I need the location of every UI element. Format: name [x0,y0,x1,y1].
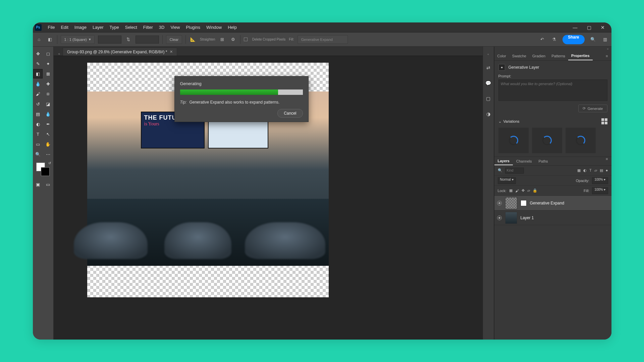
variation-thumb-1[interactable] [498,128,529,153]
prompt-input[interactable] [498,79,607,101]
fill-dropdown[interactable]: Generative Expand [298,35,348,44]
fill-dropdown[interactable]: 100% ▾ [592,187,608,194]
menu-plugins[interactable]: Plugins [183,25,203,30]
dodge-tool[interactable]: ◐ [33,119,43,129]
filter-pixel-icon[interactable]: ▦ [577,168,581,173]
swap-colors-icon[interactable]: ↺ [48,161,51,165]
search-icon[interactable]: 🔍 [589,36,597,43]
layer-thumbnail[interactable] [505,212,517,224]
lock-position-icon[interactable]: ✥ [522,188,525,193]
menu-edit[interactable]: Edit [58,25,71,30]
layer-filter-input[interactable] [505,168,524,174]
lock-artboard-icon[interactable]: ▱ [527,188,530,193]
panel-icon-1[interactable]: ⇄ [485,64,492,71]
frame-tool[interactable]: ⊠ [43,69,53,78]
tab-collapse-icon[interactable]: « [56,52,63,56]
cancel-button[interactable]: Cancel [277,109,303,118]
eraser-tool[interactable]: ◪ [43,99,53,109]
overlay-grid-icon[interactable]: ⊞ [219,36,226,43]
menu-3d[interactable]: 3D [156,25,168,30]
visibility-toggle-icon[interactable] [497,216,502,220]
crop-height-input[interactable] [136,36,159,44]
quick-select-tool[interactable]: ✦ [43,59,53,68]
share-button[interactable]: Share [562,35,584,44]
variation-thumb-2[interactable] [532,128,562,153]
more-tools[interactable]: ⋯ [43,149,53,159]
marquee-tool[interactable]: ◻ [43,49,53,58]
path-select-tool[interactable]: ↖ [43,129,53,139]
tab-properties[interactable]: Properties [568,51,592,60]
crop-width-input[interactable] [98,36,121,44]
quick-mask-tool[interactable]: ▣ [33,180,43,189]
panel-icon-adjust[interactable]: ◑ [485,110,492,118]
menu-file[interactable]: File [45,25,58,30]
beaker-icon[interactable]: ⚗ [550,36,558,43]
lasso-tool[interactable]: ✎ [33,59,43,68]
layers-panel-menu-icon[interactable]: ≡ [602,157,611,165]
crop-tool-icon[interactable]: ◧ [46,36,54,43]
clear-button[interactable]: Clear [166,35,182,44]
home-icon[interactable]: ⌂ [36,36,43,43]
eyedropper-tool[interactable]: 💧 [33,79,43,88]
filter-shape-icon[interactable]: ▱ [594,168,597,173]
filter-toggle-icon[interactable]: ● [606,168,608,173]
blend-mode-dropdown[interactable]: Normal ▾ [498,177,516,184]
canvas[interactable]: THE FUTURE is Yours Generating Ti [54,56,483,340]
menu-layer[interactable]: Layer [90,25,107,30]
crop-tool[interactable]: ◧ [33,69,43,78]
hand-tool[interactable]: ✋ [43,139,53,149]
panel-icon-libraries[interactable]: ▢ [485,95,492,102]
tab-layers[interactable]: Layers [494,157,513,165]
lock-transparency-icon[interactable]: ▦ [509,188,513,193]
layer-name[interactable]: Layer 1 [521,216,534,220]
menu-image[interactable]: Image [71,25,90,30]
filter-adjust-icon[interactable]: ◐ [583,168,587,173]
crop-settings-icon[interactable]: ⚙ [229,36,237,43]
workspace-icon[interactable]: ▥ [601,36,609,43]
filter-smart-icon[interactable]: ▤ [600,168,603,173]
zoom-tool[interactable]: 🔍 [33,149,43,159]
pen-tool[interactable]: ✒ [43,119,53,129]
panel-menu-icon[interactable]: ≡ [602,54,611,58]
chevron-down-icon[interactable]: ⌄ [498,119,501,124]
undo-history-icon[interactable]: ↶ [538,36,546,43]
document-tab[interactable]: Group-93.png @ 29.6% (Generative Expand,… [63,48,177,56]
shape-tool[interactable]: ▭ [33,139,43,149]
tab-channels[interactable]: Channels [513,157,535,165]
tab-gradients[interactable]: Gradien [529,51,548,60]
panel-icon-comments[interactable]: 💬 [485,79,492,87]
tab-color[interactable]: Color [494,51,509,60]
history-brush-tool[interactable]: ↺ [33,99,43,109]
window-minimize-icon[interactable]: — [573,25,578,30]
gradient-tool[interactable]: ▤ [33,109,43,119]
filter-type-icon[interactable]: T [589,168,592,173]
generate-button[interactable]: ⟳Generate [578,105,607,112]
straighten-icon[interactable]: 📐 [189,36,197,43]
layer-row[interactable]: Layer 1 [494,210,611,225]
layer-thumbnail[interactable] [505,197,517,209]
tab-patterns[interactable]: Patterns [548,51,568,60]
lock-pixels-icon[interactable]: 🖌 [515,189,519,193]
color-swatches[interactable]: ↺ [36,162,50,177]
delete-cropped-checkbox[interactable] [244,38,248,41]
variation-thumb-3[interactable] [566,128,596,153]
swap-dimensions-icon[interactable]: ⇅ [125,36,132,43]
window-close-icon[interactable]: ✕ [601,25,605,30]
visibility-toggle-icon[interactable] [497,201,502,205]
move-tool[interactable]: ✥ [33,49,43,58]
tab-paths[interactable]: Paths [535,157,551,165]
layer-row[interactable]: Generative Expand [494,196,611,210]
type-tool[interactable]: T [33,129,43,139]
menu-window[interactable]: Window [203,25,225,30]
menu-filter[interactable]: Filter [140,25,156,30]
menu-view[interactable]: View [167,25,183,30]
screen-mode-tool[interactable]: ▭ [43,180,53,189]
lock-all-icon[interactable]: 🔒 [533,188,537,193]
tab-swatches[interactable]: Swatche [509,51,529,60]
layer-name[interactable]: Generative Expand [530,201,565,205]
brush-tool[interactable]: 🖌 [33,89,43,99]
blur-tool[interactable]: 💧 [43,109,53,119]
background-color[interactable] [41,167,50,176]
menu-type[interactable]: Type [107,25,122,30]
opacity-dropdown[interactable]: 100% ▾ [592,177,608,184]
